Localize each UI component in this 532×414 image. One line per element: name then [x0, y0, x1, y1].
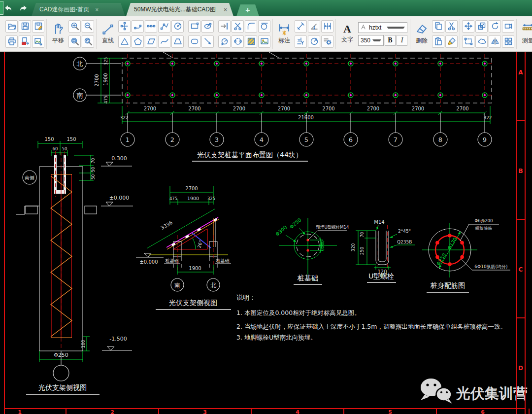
side-dim-150a: 150 [44, 137, 54, 142]
zoom-in-button[interactable] [68, 20, 81, 33]
line-tool[interactable]: 直线 [98, 19, 118, 49]
font-size-select[interactable]: 350 [358, 35, 384, 46]
forward-arrow-icon [19, 4, 28, 12]
pile-plan-title: 桩基础 [297, 274, 318, 282]
spline-button[interactable] [158, 35, 170, 48]
dim-continue-button[interactable] [321, 20, 333, 33]
node-stretch-button[interactable] [145, 20, 157, 33]
open-button[interactable] [5, 20, 18, 33]
select-window-button[interactable] [462, 35, 474, 48]
revolve-button[interactable] [218, 35, 231, 48]
polyline-button[interactable] [158, 20, 170, 33]
forward-button[interactable] [17, 2, 30, 14]
transform-group [462, 19, 515, 49]
north-row-label: 北 [77, 60, 83, 68]
cloud-icon [477, 37, 486, 46]
zoom-out-button[interactable] [82, 20, 94, 33]
line-icon [101, 23, 114, 35]
close-icon[interactable]: × [224, 6, 227, 13]
elev-north-bubble: 北 [210, 282, 216, 289]
polygon-triangle-button[interactable] [118, 35, 131, 48]
text-tool[interactable]: A 文字 [337, 19, 357, 49]
zone-number: 3 [203, 409, 207, 414]
ubolt-title: U型螺栓 [368, 272, 394, 280]
export-pdf-button[interactable] [19, 35, 31, 48]
scale-button[interactable] [475, 20, 488, 33]
revcloud-button[interactable] [475, 35, 488, 48]
fillet-button[interactable] [245, 20, 257, 33]
revolve-icon [220, 37, 229, 46]
notes: 说明： 1. 本图定位及0.000相对于绝对标高见总图。 2. 当场地起伏时，应… [236, 294, 506, 341]
format-painter-button[interactable] [445, 35, 458, 48]
measure-tool[interactable]: 测量 [518, 19, 532, 49]
delete-tool[interactable]: 删除 [412, 19, 432, 49]
ellipse-button[interactable] [201, 20, 214, 33]
ubolt-dim-250: 250 [360, 247, 365, 255]
node-chain-button[interactable] [132, 20, 144, 33]
pan-tool[interactable]: 平移 [48, 19, 68, 49]
dim-angular-button[interactable] [308, 20, 320, 33]
circle-2pt-button[interactable] [232, 35, 244, 48]
south-side-label: 南侧 [25, 175, 34, 180]
grid-number: 8 [438, 136, 442, 143]
dim-ordinate-button[interactable] [295, 35, 307, 48]
offset-button[interactable] [218, 20, 231, 33]
zone-letter: A [518, 69, 523, 76]
grid-number: 4 [260, 136, 264, 143]
tab-home[interactable]: CAD迷你画图-首页 × [32, 3, 125, 16]
line-label: 直线 [102, 36, 114, 45]
drawing-canvas[interactable]: 北 南 2700 325 1900 475 [0, 52, 532, 414]
save-button[interactable] [19, 20, 31, 33]
bay-dim-label: 2700 [322, 106, 334, 111]
viewport-button[interactable] [502, 20, 514, 33]
export-image-button[interactable] [32, 35, 44, 48]
zoom-window-button[interactable] [68, 35, 81, 48]
italic-button[interactable]: I [397, 35, 407, 46]
circle-radius-button[interactable] [171, 20, 184, 33]
save-as-button[interactable] [32, 20, 44, 33]
dimension-icon [278, 23, 291, 35]
rectangle-icon [190, 22, 199, 31]
copy-button[interactable] [432, 20, 444, 33]
print-button[interactable] [5, 35, 18, 48]
rotate-button[interactable] [489, 20, 501, 33]
polygon-pentagon-button[interactable] [132, 35, 144, 48]
rounded-rect-button[interactable] [188, 35, 200, 48]
polygon-parallelogram-button[interactable] [145, 35, 157, 48]
dim-continue-icon [323, 22, 332, 31]
dim-aligned-button[interactable] [295, 20, 307, 33]
hatch-button[interactable] [245, 35, 257, 48]
new-tab-button[interactable]: + [236, 4, 259, 16]
dimension-tool[interactable]: 标注 [274, 19, 294, 49]
scale-icon [477, 22, 486, 31]
move-button[interactable] [462, 20, 474, 33]
dim-radius-button[interactable] [308, 35, 320, 48]
dim-settings-button[interactable] [321, 35, 333, 48]
close-icon[interactable]: × [95, 6, 99, 13]
mirror-button[interactable] [489, 35, 501, 48]
cut-button[interactable] [445, 20, 458, 33]
zoom-previous-button[interactable] [82, 35, 94, 48]
node-edit-button[interactable] [118, 20, 131, 33]
text-icon: A [343, 24, 351, 34]
picture-icon [260, 37, 269, 46]
polygon-trapezoid-button[interactable] [171, 35, 184, 48]
trim-button[interactable] [232, 20, 244, 33]
dim-radius-icon [310, 37, 319, 46]
rebar-dia-170: Φ170 [446, 237, 458, 251]
detail-dim-60b: 60 [321, 246, 325, 251]
window-edge [0, 1, 3, 15]
mirror-icon [491, 37, 499, 46]
bold-button[interactable]: B [385, 35, 396, 46]
tab-document[interactable]: 50MW光伏电站光...基础CAD图 .dwg × [126, 3, 233, 16]
circle-tangent-button[interactable] [258, 20, 270, 33]
arrow-line-button[interactable] [201, 35, 214, 48]
paste-button[interactable] [432, 35, 444, 48]
rectangle-button[interactable] [188, 20, 200, 33]
insert-image-button[interactable] [258, 35, 270, 48]
font-select[interactable]: hztxt [358, 22, 407, 33]
tab-bar: CAD迷你画图-首页 × 50MW光伏电站光...基础CAD图 .dwg × + [0, 0, 532, 16]
elev-dim-475: 475 [169, 196, 177, 201]
rebar-leader-spiral-spec: Φ6@200 [475, 218, 493, 223]
array-button[interactable] [502, 35, 514, 48]
